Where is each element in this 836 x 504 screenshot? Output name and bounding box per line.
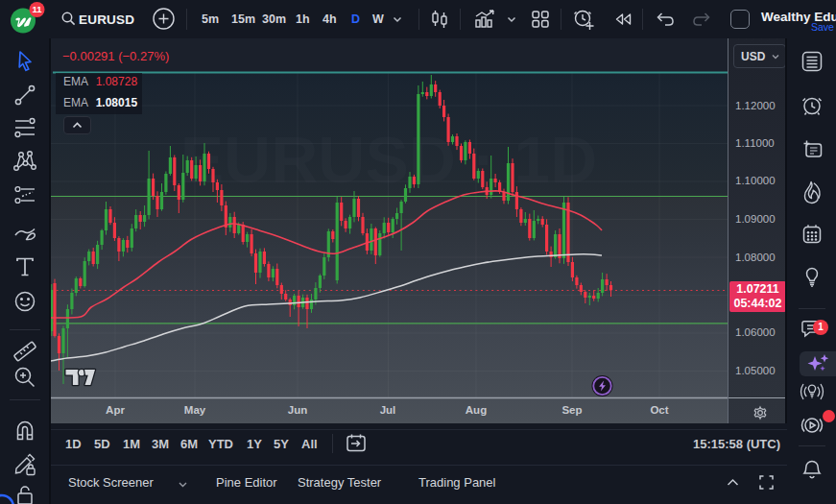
svg-text:EURUSD · 1D: EURUSD · 1D [180, 123, 598, 196]
svg-text:11: 11 [32, 4, 42, 14]
